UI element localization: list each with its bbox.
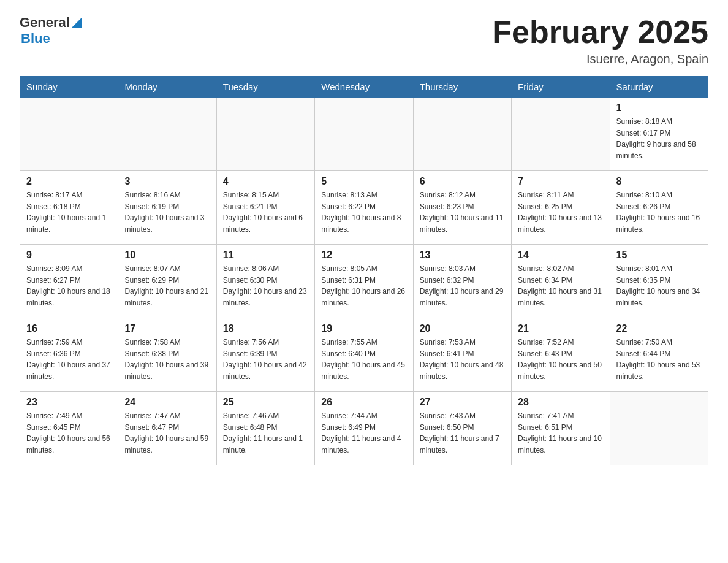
calendar-week-row: 16Sunrise: 7:59 AM Sunset: 6:36 PM Dayli… — [20, 318, 708, 392]
day-info: Sunrise: 8:02 AM Sunset: 6:34 PM Dayligh… — [518, 263, 603, 308]
day-number: 25 — [223, 397, 308, 408]
table-row: 20Sunrise: 7:53 AM Sunset: 6:41 PM Dayli… — [413, 318, 511, 392]
table-row: 4Sunrise: 8:15 AM Sunset: 6:21 PM Daylig… — [216, 171, 314, 245]
day-info: Sunrise: 8:10 AM Sunset: 6:26 PM Dayligh… — [616, 190, 702, 235]
table-row: 27Sunrise: 7:43 AM Sunset: 6:50 PM Dayli… — [413, 392, 511, 465]
day-info: Sunrise: 8:01 AM Sunset: 6:35 PM Dayligh… — [616, 263, 702, 308]
table-row: 9Sunrise: 8:09 AM Sunset: 6:27 PM Daylig… — [20, 245, 118, 318]
table-row: 22Sunrise: 7:50 AM Sunset: 6:44 PM Dayli… — [610, 318, 708, 392]
day-info: Sunrise: 7:58 AM Sunset: 6:38 PM Dayligh… — [124, 337, 210, 382]
table-row: 5Sunrise: 8:13 AM Sunset: 6:22 PM Daylig… — [315, 171, 413, 245]
day-info: Sunrise: 8:05 AM Sunset: 6:31 PM Dayligh… — [321, 263, 406, 308]
day-number: 1 — [616, 102, 702, 113]
day-number: 20 — [420, 323, 505, 334]
logo-general-text: General — [20, 15, 70, 31]
day-info: Sunrise: 8:06 AM Sunset: 6:30 PM Dayligh… — [223, 263, 308, 308]
day-info: Sunrise: 8:17 AM Sunset: 6:18 PM Dayligh… — [26, 190, 112, 235]
month-title: February 2025 — [492, 15, 708, 50]
table-row — [118, 98, 216, 171]
day-info: Sunrise: 7:50 AM Sunset: 6:44 PM Dayligh… — [616, 337, 702, 382]
table-row: 6Sunrise: 8:12 AM Sunset: 6:23 PM Daylig… — [413, 171, 511, 245]
table-row: 21Sunrise: 7:52 AM Sunset: 6:43 PM Dayli… — [512, 318, 610, 392]
col-saturday: Saturday — [610, 77, 708, 98]
day-info: Sunrise: 8:16 AM Sunset: 6:19 PM Dayligh… — [124, 190, 210, 235]
svg-marker-0 — [71, 17, 82, 28]
table-row: 14Sunrise: 8:02 AM Sunset: 6:34 PM Dayli… — [512, 245, 610, 318]
table-row: 2Sunrise: 8:17 AM Sunset: 6:18 PM Daylig… — [20, 171, 118, 245]
day-info: Sunrise: 7:47 AM Sunset: 6:47 PM Dayligh… — [124, 410, 210, 456]
day-number: 8 — [616, 176, 702, 187]
day-number: 4 — [223, 176, 308, 187]
day-number: 5 — [321, 176, 406, 187]
table-row: 10Sunrise: 8:07 AM Sunset: 6:29 PM Dayli… — [118, 245, 216, 318]
day-info: Sunrise: 7:59 AM Sunset: 6:36 PM Dayligh… — [26, 337, 112, 382]
table-row: 25Sunrise: 7:46 AM Sunset: 6:48 PM Dayli… — [216, 392, 314, 465]
day-number: 13 — [420, 250, 505, 261]
table-row: 3Sunrise: 8:16 AM Sunset: 6:19 PM Daylig… — [118, 171, 216, 245]
table-row — [512, 98, 610, 171]
table-row — [216, 98, 314, 171]
calendar-week-row: 23Sunrise: 7:49 AM Sunset: 6:45 PM Dayli… — [20, 392, 708, 465]
table-row: 11Sunrise: 8:06 AM Sunset: 6:30 PM Dayli… — [216, 245, 314, 318]
col-wednesday: Wednesday — [315, 77, 413, 98]
day-info: Sunrise: 8:18 AM Sunset: 6:17 PM Dayligh… — [616, 116, 702, 161]
logo: General Blue — [20, 15, 82, 47]
col-thursday: Thursday — [413, 77, 511, 98]
page-header: General Blue February 2025 Isuerre, Arag… — [20, 15, 708, 66]
day-number: 14 — [518, 250, 603, 261]
day-info: Sunrise: 8:09 AM Sunset: 6:27 PM Dayligh… — [26, 263, 112, 308]
day-number: 27 — [420, 397, 505, 408]
day-number: 12 — [321, 250, 406, 261]
day-info: Sunrise: 7:49 AM Sunset: 6:45 PM Dayligh… — [26, 410, 112, 456]
table-row: 26Sunrise: 7:44 AM Sunset: 6:49 PM Dayli… — [315, 392, 413, 465]
table-row: 1Sunrise: 8:18 AM Sunset: 6:17 PM Daylig… — [610, 98, 708, 171]
table-row: 15Sunrise: 8:01 AM Sunset: 6:35 PM Dayli… — [610, 245, 708, 318]
day-info: Sunrise: 7:53 AM Sunset: 6:41 PM Dayligh… — [420, 337, 505, 382]
day-number: 11 — [223, 250, 308, 261]
col-monday: Monday — [118, 77, 216, 98]
day-number: 6 — [420, 176, 505, 187]
day-number: 26 — [321, 397, 406, 408]
table-row: 7Sunrise: 8:11 AM Sunset: 6:25 PM Daylig… — [512, 171, 610, 245]
day-info: Sunrise: 7:41 AM Sunset: 6:51 PM Dayligh… — [518, 410, 603, 456]
col-friday: Friday — [512, 77, 610, 98]
logo-blue-text: Blue — [21, 31, 50, 47]
day-number: 23 — [26, 397, 112, 408]
day-number: 24 — [124, 397, 210, 408]
col-sunday: Sunday — [20, 77, 118, 98]
table-row: 8Sunrise: 8:10 AM Sunset: 6:26 PM Daylig… — [610, 171, 708, 245]
day-number: 18 — [223, 323, 308, 334]
day-info: Sunrise: 7:56 AM Sunset: 6:39 PM Dayligh… — [223, 337, 308, 382]
day-number: 28 — [518, 397, 603, 408]
day-number: 17 — [124, 323, 210, 334]
day-number: 22 — [616, 323, 702, 334]
calendar-week-row: 9Sunrise: 8:09 AM Sunset: 6:27 PM Daylig… — [20, 245, 708, 318]
day-info: Sunrise: 8:07 AM Sunset: 6:29 PM Dayligh… — [124, 263, 210, 308]
day-info: Sunrise: 8:12 AM Sunset: 6:23 PM Dayligh… — [420, 190, 505, 235]
table-row: 18Sunrise: 7:56 AM Sunset: 6:39 PM Dayli… — [216, 318, 314, 392]
calendar-table: Sunday Monday Tuesday Wednesday Thursday… — [20, 76, 708, 465]
table-row — [20, 98, 118, 171]
table-row — [610, 392, 708, 465]
table-row: 16Sunrise: 7:59 AM Sunset: 6:36 PM Dayli… — [20, 318, 118, 392]
logo-triangle-icon — [71, 17, 82, 28]
day-info: Sunrise: 8:03 AM Sunset: 6:32 PM Dayligh… — [420, 263, 505, 308]
table-row — [413, 98, 511, 171]
table-row: 12Sunrise: 8:05 AM Sunset: 6:31 PM Dayli… — [315, 245, 413, 318]
day-info: Sunrise: 8:15 AM Sunset: 6:21 PM Dayligh… — [223, 190, 308, 235]
table-row: 19Sunrise: 7:55 AM Sunset: 6:40 PM Dayli… — [315, 318, 413, 392]
day-info: Sunrise: 8:13 AM Sunset: 6:22 PM Dayligh… — [321, 190, 406, 235]
day-number: 15 — [616, 250, 702, 261]
table-row — [315, 98, 413, 171]
day-number: 16 — [26, 323, 112, 334]
day-info: Sunrise: 7:43 AM Sunset: 6:50 PM Dayligh… — [420, 410, 505, 456]
table-row: 17Sunrise: 7:58 AM Sunset: 6:38 PM Dayli… — [118, 318, 216, 392]
day-info: Sunrise: 7:55 AM Sunset: 6:40 PM Dayligh… — [321, 337, 406, 382]
col-tuesday: Tuesday — [216, 77, 314, 98]
day-number: 21 — [518, 323, 603, 334]
day-info: Sunrise: 7:44 AM Sunset: 6:49 PM Dayligh… — [321, 410, 406, 456]
calendar-week-row: 2Sunrise: 8:17 AM Sunset: 6:18 PM Daylig… — [20, 171, 708, 245]
day-number: 7 — [518, 176, 603, 187]
day-number: 2 — [26, 176, 112, 187]
day-info: Sunrise: 7:52 AM Sunset: 6:43 PM Dayligh… — [518, 337, 603, 382]
